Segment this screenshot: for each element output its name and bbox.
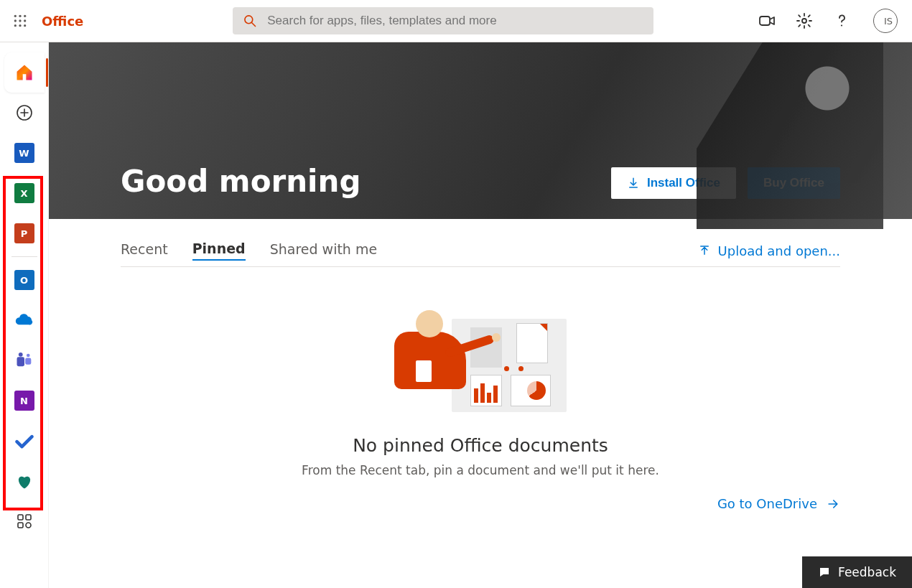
onedrive-icon <box>14 309 35 331</box>
main-region: Good morning Install Office Buy Office R… <box>49 42 912 588</box>
rail-app-todo[interactable] <box>4 421 45 461</box>
question-icon <box>833 12 850 29</box>
svg-point-8 <box>24 24 26 27</box>
rail-app-excel[interactable]: X <box>4 173 45 213</box>
feedback-button[interactable]: Feedback <box>802 556 912 588</box>
svg-point-1 <box>19 15 21 17</box>
svg-point-5 <box>24 19 26 22</box>
chat-icon <box>818 566 831 579</box>
svg-point-13 <box>841 24 842 26</box>
app-launcher-button[interactable] <box>9 9 32 32</box>
svg-rect-19 <box>18 515 23 520</box>
svg-point-4 <box>19 19 21 22</box>
rail-all-apps[interactable] <box>4 501 45 541</box>
settings-button[interactable] <box>796 12 813 29</box>
left-rail: W X P O N <box>0 42 49 588</box>
svg-point-0 <box>14 15 17 17</box>
search-icon <box>243 14 257 28</box>
svg-rect-22 <box>26 523 31 528</box>
empty-state: No pinned Office documents From the Rece… <box>121 310 840 511</box>
home-icon <box>14 62 34 83</box>
svg-rect-21 <box>18 523 23 528</box>
rail-app-word[interactable]: W <box>4 133 45 173</box>
account-avatar[interactable]: IS <box>873 9 898 33</box>
svg-point-16 <box>18 353 22 357</box>
document-tabs: Recent Pinned Shared with me Upload and … <box>121 241 840 267</box>
arrow-right-icon <box>826 497 840 511</box>
topbar: Office IS <box>0 0 912 42</box>
svg-point-3 <box>14 19 17 22</box>
video-icon <box>758 12 776 29</box>
rail-create[interactable] <box>4 93 45 133</box>
upload-icon <box>698 244 711 257</box>
svg-rect-20 <box>26 515 31 520</box>
svg-point-17 <box>26 354 29 358</box>
buy-office-button[interactable]: Buy Office <box>748 167 840 199</box>
download-icon <box>627 177 640 190</box>
header-actions: IS <box>758 9 903 33</box>
rail-app-outlook[interactable]: O <box>4 260 45 300</box>
hero-banner: Good morning Install Office Buy Office <box>49 42 912 219</box>
search-input[interactable] <box>267 14 643 28</box>
search-box[interactable] <box>233 7 653 34</box>
tab-recent[interactable]: Recent <box>121 241 168 260</box>
rail-app-teams[interactable] <box>4 340 45 381</box>
go-to-onedrive-link[interactable]: Go to OneDrive <box>717 496 840 511</box>
empty-title: No pinned Office documents <box>353 435 608 456</box>
install-office-button[interactable]: Install Office <box>611 167 736 199</box>
svg-point-6 <box>14 24 17 27</box>
greeting-text: Good morning <box>121 164 360 199</box>
rail-separator <box>11 256 37 257</box>
svg-point-2 <box>24 15 26 17</box>
check-icon <box>14 431 34 451</box>
empty-subtitle: From the Recent tab, pin a document and … <box>302 463 659 477</box>
rail-home[interactable] <box>4 52 45 93</box>
teams-icon <box>14 350 34 370</box>
svg-point-12 <box>802 19 806 23</box>
waffle-icon <box>13 14 27 28</box>
svg-rect-18 <box>25 358 31 365</box>
upload-and-open-link[interactable]: Upload and open... <box>698 243 840 258</box>
rail-app-powerpoint[interactable]: P <box>4 213 45 253</box>
plus-circle-icon <box>16 104 33 121</box>
rail-app-onedrive[interactable] <box>4 300 45 340</box>
help-button[interactable] <box>833 12 850 29</box>
tab-pinned[interactable]: Pinned <box>192 241 246 261</box>
meet-now-button[interactable] <box>758 12 776 29</box>
heart-shield-icon <box>14 471 34 491</box>
svg-rect-15 <box>17 357 24 366</box>
tab-shared-with-me[interactable]: Shared with me <box>270 241 377 260</box>
gear-icon <box>796 12 813 29</box>
rail-app-family[interactable] <box>4 461 45 501</box>
apps-grid-icon <box>16 513 33 530</box>
rail-app-onenote[interactable]: N <box>4 381 45 421</box>
empty-illustration <box>394 310 567 418</box>
svg-point-7 <box>19 24 21 27</box>
svg-rect-11 <box>760 17 770 25</box>
svg-line-10 <box>252 23 256 27</box>
brand-label[interactable]: Office <box>42 14 83 29</box>
